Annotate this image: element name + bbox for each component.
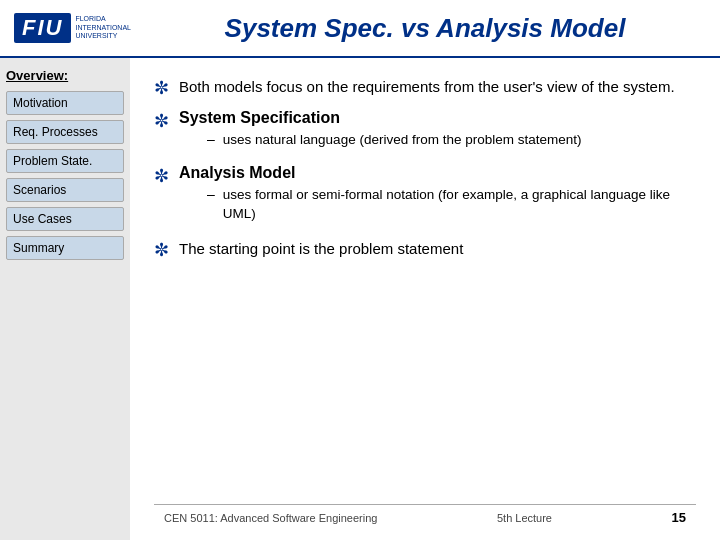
bullet-3-block: Analysis Model – uses formal or semi-for… bbox=[179, 164, 696, 228]
bullet-2-row: ✼ System Specification – uses natural la… bbox=[154, 109, 696, 154]
bullet-4-text: The starting point is the problem statem… bbox=[179, 238, 463, 259]
bullet-star-2: ✼ bbox=[154, 110, 169, 132]
sidebar-item-motivation[interactable]: Motivation bbox=[6, 91, 124, 115]
footer-course: CEN 5011: Advanced Software Engineering bbox=[164, 512, 377, 524]
bullet-4-row: ✼ The starting point is the problem stat… bbox=[154, 238, 696, 261]
sidebar-item-summary[interactable]: Summary bbox=[6, 236, 124, 260]
main-layout: Overview: Motivation Req. Processes Prob… bbox=[0, 58, 720, 540]
sidebar-item-scenarios[interactable]: Scenarios bbox=[6, 178, 124, 202]
content-area: ✼ Both models focus on the requirements … bbox=[130, 58, 720, 540]
bullet-2-block: System Specification – uses natural lang… bbox=[179, 109, 582, 154]
bullet-star-3: ✼ bbox=[154, 165, 169, 187]
sidebar: Overview: Motivation Req. Processes Prob… bbox=[0, 58, 130, 540]
bullet-1-row: ✼ Both models focus on the requirements … bbox=[154, 76, 696, 99]
bullet-3-sub-row: – uses formal or semi-formal notation (f… bbox=[207, 186, 696, 224]
bullet-2-heading: System Specification bbox=[179, 109, 340, 126]
sidebar-item-use-cases[interactable]: Use Cases bbox=[6, 207, 124, 231]
bullet-3-row: ✼ Analysis Model – uses formal or semi-f… bbox=[154, 164, 696, 228]
footer-page-number: 15 bbox=[672, 510, 686, 525]
bullet-3-heading: Analysis Model bbox=[179, 164, 295, 181]
fiu-logo: FIU bbox=[14, 13, 71, 43]
sidebar-item-problem-state[interactable]: Problem State. bbox=[6, 149, 124, 173]
sidebar-item-req-processes[interactable]: Req. Processes bbox=[6, 120, 124, 144]
university-name: FLORIDA INTERNATIONAL UNIVERSITY bbox=[75, 15, 135, 40]
bullet-2-sub-row: – uses natural language (derived from th… bbox=[207, 131, 582, 150]
sub-dash-2: – bbox=[207, 186, 215, 202]
page-title: System Spec. vs Analysis Model bbox=[144, 13, 706, 44]
bullet-1-text: Both models focus on the requirements fr… bbox=[179, 76, 675, 97]
sub-dash-1: – bbox=[207, 131, 215, 147]
bullet-star-1: ✼ bbox=[154, 77, 169, 99]
bullet-2-sub-text: uses natural language (derived from the … bbox=[223, 131, 582, 150]
header: FIU FLORIDA INTERNATIONAL UNIVERSITY Sys… bbox=[0, 0, 720, 58]
bullet-3-sub-text: uses formal or semi-formal notation (for… bbox=[223, 186, 696, 224]
bullet-star-4: ✼ bbox=[154, 239, 169, 261]
logo-area: FIU FLORIDA INTERNATIONAL UNIVERSITY bbox=[14, 13, 144, 43]
footer-lecture: 5th Lecture bbox=[497, 512, 552, 524]
sidebar-overview-label: Overview: bbox=[6, 68, 124, 83]
footer: CEN 5011: Advanced Software Engineering … bbox=[154, 504, 696, 530]
